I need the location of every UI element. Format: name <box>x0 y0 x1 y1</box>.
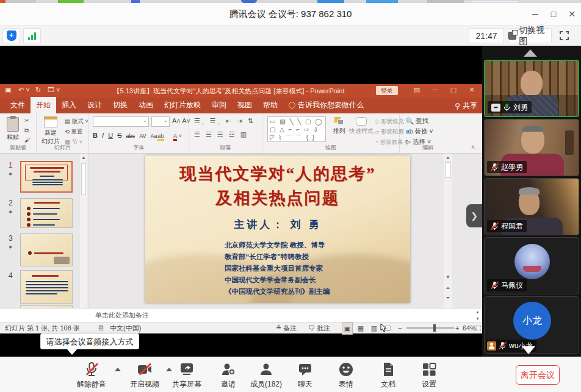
cut-icon[interactable]: ✂ <box>24 117 29 124</box>
slide1-thumbnail[interactable] <box>20 161 73 193</box>
leave-meeting-button[interactable]: 离开会议 <box>516 365 560 385</box>
comments-toggle[interactable]: 🗨 批注 <box>308 323 330 333</box>
start-video-button[interactable]: 开启视频 <box>130 362 159 390</box>
participant-tile-liuyong[interactable]: ➦ 刘勇 <box>484 60 579 117</box>
thumb-scroll-up-icon[interactable]: ▲ <box>80 155 87 160</box>
slide3-number[interactable]: 3 <box>9 234 13 243</box>
bold-button[interactable]: B <box>93 132 98 139</box>
chat-button[interactable]: 聊天 <box>297 362 313 390</box>
redo-icon[interactable]: ↻ <box>35 86 41 94</box>
list-indent-buttons[interactable]: ☰˯ ☰˯ ⇤ ⇥ ⇅ <box>194 117 255 125</box>
slide2-thumbnail[interactable] <box>20 198 73 228</box>
scroll-thumb[interactable] <box>445 162 451 178</box>
zoom-out-button[interactable]: − <box>398 323 402 333</box>
slide-sorter-view-button[interactable]: ▦ <box>355 323 366 333</box>
notes-pane[interactable]: 单击此处添加备注 ▲▼ <box>0 308 482 322</box>
replace-button[interactable]: ab 替换 ˅ <box>406 127 433 136</box>
slide4-thumbnail[interactable] <box>20 270 73 304</box>
slide2-number[interactable]: 2 <box>9 199 13 207</box>
layout-button[interactable]: ▤ 版式 ˅ <box>65 118 88 126</box>
ppt-login-button[interactable]: 登录 <box>376 86 398 95</box>
ppt-close-button[interactable]: ✕ <box>465 86 478 94</box>
highlight-color-button[interactable]: ab <box>157 132 164 139</box>
tab-animations[interactable]: 动画 <box>133 97 159 113</box>
participant-tile-wuxiaolong[interactable]: 小龙 wu小龙 <box>484 296 579 354</box>
share-screen-button[interactable]: 共享屏幕 <box>172 362 201 390</box>
meeting-security-button[interactable] <box>2 28 20 43</box>
scroll-up-arrow-icon[interactable]: ▲ <box>444 154 452 162</box>
reading-view-button[interactable]: ▥ <box>369 323 380 333</box>
current-slide[interactable]: 现当代文学对“人的思考” 及相关热点问题 主讲人： 刘 勇 北京师范大学文学院 … <box>145 155 410 303</box>
sidebar-scroll-up-icon[interactable] <box>524 49 537 57</box>
char-spacing-button[interactable]: AV <box>139 133 146 139</box>
scroll-down-arrow-icon[interactable]: ▼ <box>444 273 452 281</box>
normal-view-button[interactable]: ▣ <box>342 323 353 335</box>
tab-view[interactable]: 视图 <box>232 97 258 113</box>
audio-options-caret[interactable] <box>115 368 121 371</box>
invite-button[interactable]: 邀请 <box>220 362 236 390</box>
sidebar-scroll-down-icon[interactable] <box>522 346 535 361</box>
grow-shrink-font-icons[interactable]: A˄ A˅ <box>172 117 190 124</box>
copy-icon[interactable]: ⧉ <box>24 127 29 134</box>
network-status-button[interactable] <box>23 28 41 43</box>
language-indicator[interactable]: 中文(中国) <box>110 323 141 333</box>
undo-icon[interactable]: ↶ ˅ <box>18 86 30 94</box>
reset-button[interactable]: ⟲ 重置 <box>65 128 83 136</box>
find-button[interactable]: 🔍 查找 <box>406 117 428 126</box>
zoom-slider-thumb[interactable] <box>433 324 436 332</box>
strikethrough-button[interactable]: S <box>117 132 121 139</box>
underline-button[interactable]: U <box>108 132 113 139</box>
change-case-button[interactable]: Aa <box>151 133 157 139</box>
slide1-number[interactable]: 1 <box>9 161 13 169</box>
tab-home[interactable]: 开始 <box>31 97 56 113</box>
format-painter-icon[interactable]: 🖌 <box>24 137 31 143</box>
thumbnail-scrollbar[interactable]: ▲ <box>80 154 87 322</box>
slide4-number[interactable]: 4 <box>9 271 13 280</box>
italic-button[interactable]: I <box>102 132 104 139</box>
thumb-scroll-thumb[interactable] <box>81 163 86 195</box>
slide-vertical-scrollbar[interactable]: ▲ ▼ ⏶ ⏷ <box>444 154 452 308</box>
slideshow-quick-icon[interactable]: 🗔 ˅ <box>48 86 60 93</box>
font-name-select[interactable] <box>93 116 149 127</box>
participant-tile-zhaoxueyong[interactable]: 赵學勇 <box>484 119 579 176</box>
video-options-caret[interactable] <box>166 368 172 371</box>
fullscreen-button[interactable] <box>556 28 572 43</box>
previous-slide-icon[interactable]: ⏶ <box>444 284 452 292</box>
unmute-button[interactable]: 解除静音 <box>77 362 106 390</box>
spellcheck-icon[interactable]: 🖹 <box>98 323 104 333</box>
ppt-share-button[interactable]: ⚲ 共享 <box>455 101 477 111</box>
ppt-minimize-button[interactable]: ─ <box>428 86 442 93</box>
next-slide-icon[interactable]: ⏷ <box>444 294 452 302</box>
text-shadow-button[interactable]: abc <box>126 133 135 139</box>
align-buttons[interactable]: ☰ ☱ ☴ ☲ ▥ <box>194 130 248 138</box>
members-button[interactable]: 成员(182) <box>250 362 282 390</box>
zoom-slider[interactable] <box>406 327 454 329</box>
notes-toggle[interactable]: ≜ 备注 <box>276 323 297 333</box>
sidebar-collapse-handle[interactable]: ❯ <box>466 204 482 227</box>
participant-tile-mapeiyi[interactable]: 马佩仪 <box>484 237 579 294</box>
save-icon[interactable]: ▣ <box>5 86 11 94</box>
tab-insert[interactable]: 插入 <box>56 97 82 113</box>
ribbon-options-icon[interactable]: ▤ <box>410 86 424 94</box>
tab-design[interactable]: 设计 <box>82 97 107 113</box>
arrange-button[interactable]: 排列 <box>330 117 349 135</box>
tab-review[interactable]: 审阅 <box>206 97 232 113</box>
fit-slide-button[interactable]: ⛶ <box>476 323 481 333</box>
zoom-level[interactable]: 64% <box>463 323 476 333</box>
notes-scroll-icons[interactable]: ▲▼ <box>475 308 480 322</box>
slide3-thumbnail[interactable] <box>20 233 73 266</box>
participant-tile-chengguojun[interactable]: 程国君 <box>484 178 579 235</box>
collapse-ribbon-icon[interactable]: ˄ <box>471 144 475 151</box>
tab-file[interactable]: 文件 <box>5 97 31 113</box>
zoom-in-button[interactable]: + <box>455 323 459 333</box>
tab-transitions[interactable]: 切换 <box>107 97 133 113</box>
ppt-restore-button[interactable]: ▢ <box>447 86 460 94</box>
reactions-button[interactable]: 表情 <box>338 362 354 390</box>
tab-slideshow[interactable]: 幻灯片放映 <box>159 97 206 113</box>
shape-gallery[interactable]: ▭ ▧ ╲ ╲ ▢ ◯▢ △ ⌐ ⌐ ⇨ ⇩◸ ⌇ ⌒ ⌒ { } <box>267 116 326 142</box>
docs-button[interactable]: 文档 <box>380 362 396 390</box>
close-button[interactable]: ✕ <box>564 7 580 21</box>
maximize-button[interactable]: □ <box>546 7 561 21</box>
paste-button[interactable]: 粘贴 <box>4 117 22 141</box>
font-format-buttons[interactable]: B I U S abc AV Aa <box>93 132 160 139</box>
